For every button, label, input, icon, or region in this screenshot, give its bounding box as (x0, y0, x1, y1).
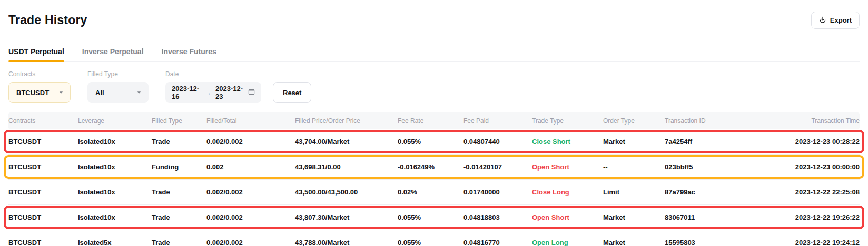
cell-order-type: Market (603, 239, 665, 246)
column-header-transaction-id: Transaction ID (665, 117, 741, 125)
column-header-contracts: Contracts (8, 117, 78, 125)
page-title: Trade History (8, 13, 87, 27)
cell-filled-type: Funding (152, 163, 206, 171)
cell-filled-total: 0.002/0.002 (206, 138, 295, 146)
calendar-icon (248, 88, 255, 97)
cell-transaction-time: 2023-12-23 00:28:22 (741, 138, 860, 146)
cell-trade-type: Open Short (532, 213, 603, 221)
column-header-fee-paid: Fee Paid (463, 117, 532, 125)
table-row: BTCUSDTIsolated10xTrade0.002/0.00243,500… (8, 180, 860, 205)
cell-leverage: Isolated10x (78, 138, 152, 146)
trade-history-table: Contracts Leverage Filled Type Filled/To… (8, 112, 860, 246)
cell-fee-paid: 0.01740000 (463, 188, 532, 196)
page-header: Trade History Export (8, 11, 860, 29)
cell-filled-type: Trade (152, 213, 206, 221)
table-row: BTCUSDTIsolated10xFunding0.00243,698.31/… (8, 155, 860, 180)
cell-order-type: Market (603, 213, 665, 221)
cell-transaction-time: 2023-12-22 22:25:08 (741, 188, 860, 196)
column-header-order-type: Order Type (603, 117, 665, 125)
column-header-transaction-time: Transaction Time (741, 117, 860, 125)
tab-inverse-futures[interactable]: Inverse Futures (162, 43, 216, 62)
cell-filled-price: 43,788.00/Market (295, 239, 398, 246)
cell-fee-rate: 0.055% (398, 138, 463, 146)
cell-filled-price: 43,807.30/Market (295, 213, 398, 221)
cell-transaction-id: 83067011 (665, 213, 741, 221)
column-header-leverage: Leverage (78, 117, 152, 125)
column-header-filled-total: Filled/Total (206, 117, 295, 125)
cell-contracts: BTCUSDT (8, 163, 78, 171)
filled-type-filter: Filled Type All (87, 70, 149, 103)
cell-fee-rate: 0.02% (398, 188, 463, 196)
table-header-row: Contracts Leverage Filled Type Filled/To… (8, 112, 860, 129)
cell-fee-paid: 0.04818803 (463, 213, 532, 221)
export-button-label: Export (830, 16, 852, 24)
cell-contracts: BTCUSDT (8, 213, 78, 221)
cell-filled-type: Trade (152, 239, 206, 246)
cell-transaction-time: 2023-12-23 00:00:00 (741, 163, 860, 171)
cell-fee-rate: 0.055% (398, 239, 463, 246)
cell-filled-total: 0.002 (206, 163, 295, 171)
contracts-select-value: BTCUSDT (16, 89, 53, 97)
cell-transaction-id: 15595803 (665, 239, 741, 246)
date-filter: Date 2023-12-16 → 2023-12-23 (165, 70, 261, 103)
cell-fee-paid: 0.04816770 (463, 239, 532, 246)
tab-inverse-perpetual[interactable]: Inverse Perpetual (82, 43, 144, 62)
cell-fee-rate: 0.055% (398, 213, 463, 221)
cell-filled-type: Trade (152, 138, 206, 146)
date-end-value: 2023-12-23 (215, 85, 244, 100)
cell-leverage: Isolated5x (78, 239, 152, 246)
contracts-filter: Contracts BTCUSDT (8, 70, 71, 103)
column-header-filled-price: Filled Price/Order Price (295, 117, 398, 125)
cell-fee-rate: -0.016249% (398, 163, 463, 171)
date-start-value: 2023-12-16 (172, 85, 200, 100)
cell-transaction-time: 2023-12-22 19:26:22 (741, 213, 860, 221)
filter-bar: Contracts BTCUSDT Filled Type All Date 2… (8, 70, 860, 103)
cell-leverage: Isolated10x (78, 163, 152, 171)
cell-transaction-id: 023bbff5 (665, 163, 741, 171)
cell-trade-type: Close Long (532, 188, 603, 196)
cell-trade-type: Close Short (532, 138, 603, 146)
cell-contracts: BTCUSDT (8, 188, 78, 196)
column-header-trade-type: Trade Type (532, 117, 603, 125)
cell-leverage: Isolated10x (78, 213, 152, 221)
chevron-down-icon (58, 89, 64, 97)
tab-usdt-perpetual[interactable]: USDT Perpetual (8, 43, 64, 62)
arrow-right-icon: → (204, 89, 211, 97)
export-button[interactable]: Export (811, 12, 860, 29)
cell-transaction-id: 87a799ac (665, 188, 741, 196)
cell-filled-total: 0.002/0.002 (206, 188, 295, 196)
table-row: BTCUSDTIsolated5xTrade0.002/0.00243,788.… (8, 230, 860, 246)
cell-filled-price: 43,500.00/43,500.00 (295, 188, 398, 196)
cell-filled-total: 0.002/0.002 (206, 239, 295, 246)
cell-filled-total: 0.002/0.002 (206, 213, 295, 221)
chevron-down-icon (136, 89, 142, 97)
cell-contracts: BTCUSDT (8, 138, 78, 146)
cell-order-type: -- (603, 163, 665, 171)
cell-filled-price: 43,698.31/0.00 (295, 163, 398, 171)
download-icon (819, 16, 826, 24)
filled-type-select-value: All (95, 89, 131, 97)
table-body: BTCUSDTIsolated10xTrade0.002/0.00243,704… (8, 129, 860, 246)
table-row: BTCUSDTIsolated10xTrade0.002/0.00243,704… (8, 129, 860, 155)
cell-trade-type: Open Long (532, 239, 603, 246)
cell-order-type: Limit (603, 188, 665, 196)
cell-filled-type: Trade (152, 188, 206, 196)
cell-transaction-time: 2023-12-22 19:24:12 (741, 239, 860, 246)
cell-fee-paid: -0.01420107 (463, 163, 532, 171)
column-header-fee-rate[interactable]: Fee Rate (398, 117, 463, 125)
contracts-filter-label: Contracts (8, 70, 71, 78)
filled-type-filter-label: Filled Type (87, 70, 149, 78)
filled-type-select[interactable]: All (87, 82, 149, 103)
cell-trade-type: Open Short (532, 163, 603, 171)
trade-history-page: Trade History Export USDT Perpetual Inve… (0, 0, 868, 246)
contracts-select[interactable]: BTCUSDT (8, 82, 71, 103)
tab-bar: USDT Perpetual Inverse Perpetual Inverse… (8, 43, 860, 62)
cell-filled-price: 43,704.00/Market (295, 138, 398, 146)
reset-button[interactable]: Reset (273, 82, 311, 103)
cell-transaction-id: 7a4254ff (665, 138, 741, 146)
table-row: BTCUSDTIsolated10xTrade0.002/0.00243,807… (8, 205, 860, 230)
cell-order-type: Market (603, 138, 665, 146)
cell-contracts: BTCUSDT (8, 239, 78, 246)
date-range-picker[interactable]: 2023-12-16 → 2023-12-23 (165, 82, 261, 103)
date-filter-label: Date (165, 70, 261, 78)
